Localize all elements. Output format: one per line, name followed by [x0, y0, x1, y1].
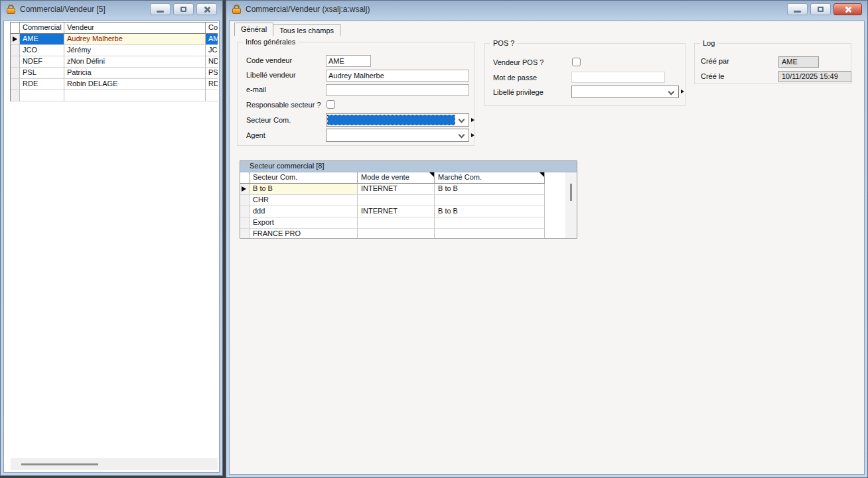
table-row[interactable]: JCO Jérémy JCO	[11, 45, 218, 56]
vendor-list-titlebar[interactable]: Commercial/Vendeur [5]	[1, 1, 222, 18]
cell-commercial2[interactable]: JCO	[206, 45, 218, 56]
column-header-marche-com[interactable]: Marché Com.	[435, 172, 545, 184]
responsable-secteur-checkbox[interactable]	[326, 100, 335, 109]
restore-button[interactable]	[173, 3, 194, 15]
cell-marche-com[interactable]: B to B	[435, 206, 545, 217]
grid-row[interactable]: FRANCE PRO	[240, 229, 545, 239]
cell-mode-de-vente[interactable]	[358, 229, 435, 239]
column-header-commercial[interactable]: Commercial	[20, 23, 64, 34]
grid-row[interactable]: Export	[240, 217, 545, 229]
table-row[interactable]: NDEF zNon Défini NDEF	[11, 56, 218, 68]
grid-vertical-scrollbar[interactable]	[565, 172, 577, 238]
minimize-icon	[157, 11, 164, 13]
cell-secteur-com-current[interactable]: B to B	[250, 184, 358, 195]
cell-secteur-com[interactable]: FRANCE PRO	[250, 229, 358, 239]
column-corner-marker-icon	[429, 172, 434, 177]
row-selector-cell[interactable]	[11, 45, 20, 56]
close-button[interactable]	[833, 3, 862, 15]
cell-secteur-com[interactable]: ddd	[250, 206, 358, 217]
row-selector-cell[interactable]	[240, 206, 250, 217]
secteur-grid-table: Secteur Com. Mode de vente Marché Com. B…	[240, 172, 545, 239]
row-selector-cell[interactable]	[240, 195, 250, 206]
cell-commercial2[interactable]: NDEF	[206, 56, 218, 68]
column-header-secteur-com[interactable]: Secteur Com.	[250, 172, 358, 184]
cell-commercial[interactable]: JCO	[20, 45, 64, 56]
restore-button[interactable]	[810, 3, 831, 15]
libelle-vendeur-field[interactable]	[326, 70, 469, 82]
vendor-detail-titlebar[interactable]: Commercial/Vendeur (xsalj:a:wsalj)	[226, 1, 867, 18]
group-infos-generales: Infos générales Code vendeur Libellé ven…	[237, 42, 474, 146]
table-row[interactable]: RDE Robin DELAGE RDE	[11, 79, 218, 90]
cell-marche-com[interactable]	[435, 195, 545, 206]
minimize-button[interactable]	[150, 3, 171, 15]
lock-icon	[7, 5, 15, 14]
cell-marche-com[interactable]: B to B	[435, 184, 545, 195]
vendeur-pos-checkbox[interactable]	[572, 58, 581, 66]
email-field[interactable]	[326, 84, 469, 96]
agent-combo[interactable]	[326, 129, 469, 142]
cell-secteur-com[interactable]: CHR	[250, 195, 358, 206]
agent-label: Agent	[246, 131, 265, 139]
cell-mode-de-vente[interactable]: INTERNET	[358, 206, 435, 217]
close-icon	[844, 6, 851, 13]
tab-general[interactable]: Général	[234, 23, 273, 36]
cell-commercial[interactable]: RDE	[20, 79, 64, 90]
grid-row-selected[interactable]: B to B INTERNET B to B	[240, 184, 545, 195]
column-header-vendeur[interactable]: Vendeur	[64, 23, 206, 34]
column-header-commercial2[interactable]: Commercial	[206, 23, 218, 34]
column-header-mode-de-vente[interactable]: Mode de vente	[358, 172, 435, 184]
table-row-selected[interactable]: AME Audrey Malherbe AME	[11, 34, 218, 45]
cell-vendeur[interactable]: zNon Défini	[64, 56, 206, 68]
cell-vendeur[interactable]: Patricia	[64, 68, 206, 79]
cell-mode-de-vente[interactable]	[358, 217, 435, 229]
row-selector-cell[interactable]	[11, 79, 20, 90]
row-selector-cell[interactable]	[240, 184, 250, 195]
cell-commercial2[interactable]: PSL	[206, 68, 218, 79]
code-vendeur-field[interactable]	[326, 55, 371, 67]
grid-vertical-scrollbar-thumb[interactable]	[570, 184, 572, 201]
current-row-arrow-icon	[242, 186, 246, 192]
cell-mode-de-vente[interactable]	[358, 195, 435, 206]
cell-commercial[interactable]: NDEF	[20, 56, 64, 68]
row-selector-cell[interactable]	[11, 56, 20, 68]
row-selector-header	[240, 172, 250, 184]
grid-row[interactable]: ddd INTERNET B to B	[240, 206, 545, 217]
cell-secteur-com[interactable]: Export	[250, 217, 358, 229]
vendor-detail-client-area: Général Tous les champs Infos générales …	[229, 21, 865, 475]
email-label: e-mail	[246, 86, 266, 93]
row-selector-cell[interactable]	[11, 68, 20, 79]
minimize-icon	[794, 11, 801, 13]
cell-commercial2[interactable]: RDE	[206, 79, 218, 90]
cell-commercial2[interactable]: AME	[206, 34, 218, 45]
tab-tous-les-champs[interactable]: Tous les champs	[273, 24, 340, 36]
horizontal-scrollbar-thumb[interactable]	[21, 463, 98, 465]
cell-marche-com[interactable]	[435, 229, 545, 239]
close-icon	[203, 6, 210, 13]
row-selector-cell[interactable]	[240, 229, 250, 239]
row-selector-cell[interactable]	[11, 34, 20, 45]
mot-de-passe-field[interactable]	[571, 72, 665, 83]
cell-vendeur[interactable]: Robin DELAGE	[64, 79, 206, 90]
secteur-com-popup-arrow-icon[interactable]	[471, 118, 474, 122]
cell-commercial[interactable]: PSL	[20, 68, 64, 79]
table-row-empty[interactable]	[11, 90, 218, 101]
cell-vendeur[interactable]: Jérémy	[64, 45, 206, 56]
code-vendeur-label: Code vendeur	[246, 56, 292, 64]
libelle-privilege-combo[interactable]	[571, 86, 679, 98]
cell-mode-de-vente[interactable]: INTERNET	[358, 184, 435, 195]
cell-commercial[interactable]: AME	[20, 34, 64, 45]
horizontal-scrollbar[interactable]	[11, 458, 218, 470]
agent-popup-arrow-icon[interactable]	[471, 133, 474, 137]
table-row[interactable]: PSL Patricia PSL	[11, 68, 218, 79]
grid-row[interactable]: CHR	[240, 195, 545, 206]
close-button[interactable]	[196, 3, 217, 15]
libelle-privilege-popup-arrow-icon[interactable]	[681, 90, 684, 93]
group-log: Log Créé par AME Créé le 10/11/2025 15:4…	[694, 43, 851, 84]
cell-marche-com[interactable]	[435, 217, 545, 229]
cell-vendeur-current[interactable]: Audrey Malherbe	[64, 34, 206, 45]
current-row-arrow-icon	[13, 36, 17, 42]
minimize-button[interactable]	[787, 3, 808, 15]
tab-bar: Général Tous les champs	[234, 22, 340, 36]
row-selector-cell[interactable]	[240, 217, 250, 229]
secteur-com-combo[interactable]	[326, 113, 469, 127]
